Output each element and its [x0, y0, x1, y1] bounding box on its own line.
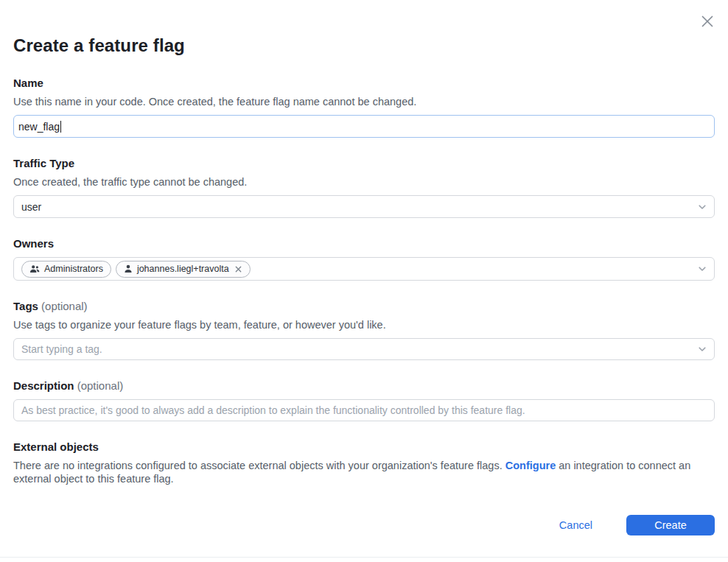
cancel-button[interactable]: Cancel	[559, 519, 592, 531]
tags-label-text: Tags	[13, 300, 38, 312]
remove-owner-icon[interactable]	[234, 265, 242, 273]
description-input[interactable]	[13, 399, 715, 421]
chevron-down-icon	[697, 264, 707, 274]
tags-optional-suffix: (optional)	[41, 300, 88, 312]
name-label: Name	[13, 77, 715, 90]
page-title: Create a feature flag	[13, 0, 715, 57]
name-input[interactable]	[13, 115, 715, 138]
description-label-text: Description	[13, 379, 74, 392]
external-objects-label: External objects	[13, 440, 715, 454]
person-icon	[124, 264, 133, 273]
traffic-type-selected-value: user	[21, 201, 41, 213]
name-field-group: Name Use this name in your code. Once cr…	[13, 77, 715, 138]
description-label: Description (optional)	[13, 379, 715, 393]
traffic-type-description: Once created, the traffic type cannot be…	[13, 175, 715, 189]
tags-input[interactable]	[13, 338, 715, 360]
owner-chip-user[interactable]: johannes.liegl+travolta	[116, 261, 251, 278]
description-optional-suffix: (optional)	[77, 379, 124, 392]
external-objects-text: There are no integrations configured to …	[13, 459, 715, 485]
create-button[interactable]: Create	[626, 515, 715, 535]
tags-field-group: Tags (optional) Use tags to organize you…	[13, 300, 715, 360]
owners-field-group: Owners Administrators	[13, 237, 715, 281]
owners-select[interactable]: Administrators johannes.liegl+travolta	[13, 257, 715, 281]
chevron-down-icon	[697, 202, 707, 212]
group-icon	[29, 264, 40, 273]
traffic-type-label: Traffic Type	[13, 157, 715, 170]
external-objects-text-before: There are no integrations configured to …	[13, 460, 505, 471]
tags-label: Tags (optional)	[13, 300, 715, 313]
modal-footer: Cancel Create	[13, 515, 715, 535]
owner-chip-label: Administrators	[44, 264, 103, 274]
owners-label: Owners	[13, 237, 715, 250]
configure-link[interactable]: Configure	[505, 460, 556, 471]
traffic-type-field-group: Traffic Type Once created, the traffic t…	[13, 157, 715, 218]
close-icon[interactable]	[698, 12, 717, 31]
external-objects-section: External objects There are no integratio…	[13, 440, 715, 485]
create-feature-flag-modal: Create a feature flag Name Use this name…	[0, 0, 728, 562]
description-field-group: Description (optional)	[13, 379, 715, 421]
tags-description: Use tags to organize your feature flags …	[13, 318, 715, 331]
name-description: Use this name in your code. Once created…	[13, 95, 715, 108]
owner-chip-label: johannes.liegl+travolta	[137, 264, 229, 274]
owner-chip-administrators[interactable]: Administrators	[21, 261, 111, 278]
owners-chips: Administrators johannes.liegl+travolta	[21, 261, 251, 278]
traffic-type-select[interactable]: user	[13, 195, 715, 218]
bottom-divider	[0, 557, 728, 558]
